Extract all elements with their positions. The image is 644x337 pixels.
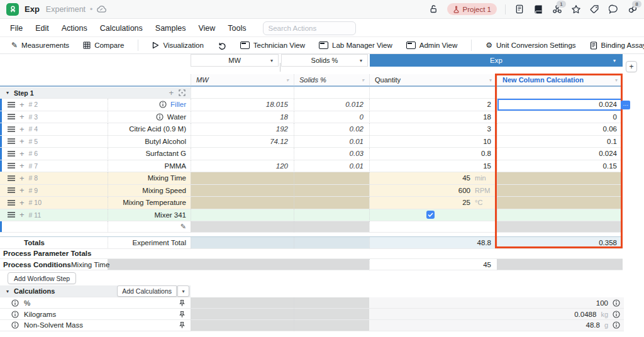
quantity-cell[interactable]: 15 [369,160,497,173]
info-icon[interactable] [11,299,19,307]
mw-cell[interactable]: 18 [191,111,294,124]
notebook-icon[interactable] [533,4,543,14]
ncc-cell[interactable] [497,172,623,185]
measurements-button[interactable]: ✎ Measurements [11,41,69,50]
solids-cell[interactable] [294,185,369,197]
add-row-icon[interactable]: + [19,113,25,121]
info-icon[interactable] [613,321,620,329]
add-calculations-dropdown[interactable]: ▾ [177,285,189,297]
mw-cell[interactable]: 120 [191,160,294,173]
drag-handle-icon[interactable] [8,114,15,119]
menu-file[interactable]: File [4,24,29,33]
quantity-cell[interactable]: 10 [369,136,497,148]
pin-icon[interactable] [179,321,186,329]
add-row-icon[interactable]: + [19,150,25,158]
project-badge[interactable]: Project 1 [447,3,497,15]
expand-step-icon[interactable] [179,89,186,96]
solids-cell[interactable]: 0.03 [294,148,369,160]
ncc-cell[interactable]: 0.06 [497,123,623,136]
cell-options-button[interactable]: ⋯ [621,101,630,109]
add-calculations-button[interactable]: Add Calculations [117,285,177,297]
solids-cell[interactable] [294,172,369,185]
quantity-cell[interactable]: 0.8 [369,148,497,160]
pin-icon[interactable] [179,311,186,318]
add-row-icon[interactable]: + [19,174,25,182]
edit-row-cell[interactable]: ✎ [108,221,191,233]
ingredient-name-cell[interactable]: Filler [108,99,191,111]
process-name-cell[interactable]: Mixing Temperature [108,197,191,209]
menu-actions[interactable]: Actions [55,24,94,33]
binding-assay-notebook-button[interactable]: Binding Assay Noteb [590,41,644,50]
add-row-icon[interactable]: + [19,137,25,145]
calculations-header-cell[interactable]: ▾ Calculations Add Calculations ▾ [0,285,191,297]
technician-view-button[interactable]: Technician View [240,41,305,49]
quantity-cell[interactable]: 600RPM [369,185,497,197]
mw-cell[interactable]: 18.015 [191,99,294,111]
search-actions-input[interactable] [263,21,356,35]
collapse-icon[interactable]: ▾ [6,90,9,96]
app-logo[interactable] [6,3,19,16]
ingredient-name-cell[interactable]: PMMA [108,160,191,173]
quantity-cell[interactable]: 3 [369,123,497,136]
info-icon[interactable] [159,101,167,108]
pin-icon[interactable] [179,299,186,307]
solids-cell[interactable] [294,209,369,222]
solids-cell[interactable]: 0 [294,111,369,124]
solids-cell[interactable]: 0.012 [294,99,369,111]
solids-column-picker[interactable]: Solids % ▾ [281,54,368,67]
ncc-cell[interactable]: 0.1 [497,136,623,148]
add-row-icon[interactable]: + [19,199,25,207]
drag-handle-icon[interactable] [8,212,15,218]
ingredient-name-cell[interactable]: Citric Acid (0.9 M) [108,123,191,136]
solids-cell[interactable]: 0.01 [294,136,369,148]
mw-cell[interactable]: 74.12 [191,136,294,148]
info-icon[interactable] [11,321,19,329]
comment-icon[interactable] [608,4,619,14]
add-workflow-step-button[interactable]: Add Workflow Step [8,272,76,284]
drag-handle-icon[interactable] [8,175,15,181]
drag-handle-icon[interactable] [8,138,15,144]
equipment-name-cell[interactable]: Mixer 341 [108,209,191,222]
mw-column-picker[interactable]: MW ▾ [191,54,279,67]
drag-handle-icon[interactable] [8,200,15,206]
mw-cell[interactable]: 192 [191,123,294,136]
add-row-icon[interactable]: + [169,89,174,97]
mw-cell[interactable] [191,185,294,197]
ncc-cell[interactable] [497,209,623,222]
info-icon[interactable] [156,113,164,121]
ncc-cell[interactable]: 0.15 [497,160,623,173]
collapse-icon[interactable]: ▾ [6,289,9,294]
drag-handle-icon[interactable] [8,151,15,157]
experiment-column-group-header[interactable]: Exp ▾ [370,54,623,67]
compare-button[interactable]: Compare [83,41,124,49]
menu-calculations[interactable]: Calculations [94,24,149,33]
solids-cell[interactable] [294,197,369,209]
drag-handle-icon[interactable] [8,163,15,168]
ncc-cell[interactable] [497,185,623,197]
star-icon[interactable] [570,4,581,14]
add-row-icon[interactable]: + [19,186,25,194]
solids-cell[interactable]: 0.02 [294,123,369,136]
lab-manager-view-button[interactable]: Lab Manager View [319,41,392,49]
column-header-mw[interactable]: MW▾ [191,74,294,86]
process-name-cell[interactable]: Mixing Time [108,172,191,185]
column-header-new-column-calculation[interactable]: New Column Calculation▾ [497,74,623,86]
mw-cell[interactable] [191,172,294,185]
drag-handle-icon[interactable] [8,102,15,108]
quantity-cell[interactable]: 18 [369,111,497,124]
pencil-icon[interactable]: ✎ [180,223,186,231]
menu-edit[interactable]: Edit [29,24,55,33]
link-icon[interactable]: 8 [627,4,638,14]
drag-handle-icon[interactable] [8,187,15,193]
add-column-button[interactable]: + [626,61,637,72]
menu-samples[interactable]: Samples [149,24,192,33]
menu-tools[interactable]: Tools [221,24,252,33]
equipment-checkbox[interactable] [426,211,435,219]
ncc-cell[interactable]: 0 [497,111,623,124]
unlock-icon[interactable] [428,4,439,14]
ncc-cell[interactable]: 0.024 [497,148,623,160]
step-header-cell[interactable]: ▾ Step 1 + [0,87,191,99]
process-name-cell[interactable]: Mixing Speed [108,185,191,197]
solids-cell[interactable]: 0.01 [294,160,369,173]
tag-icon[interactable] [589,4,600,14]
